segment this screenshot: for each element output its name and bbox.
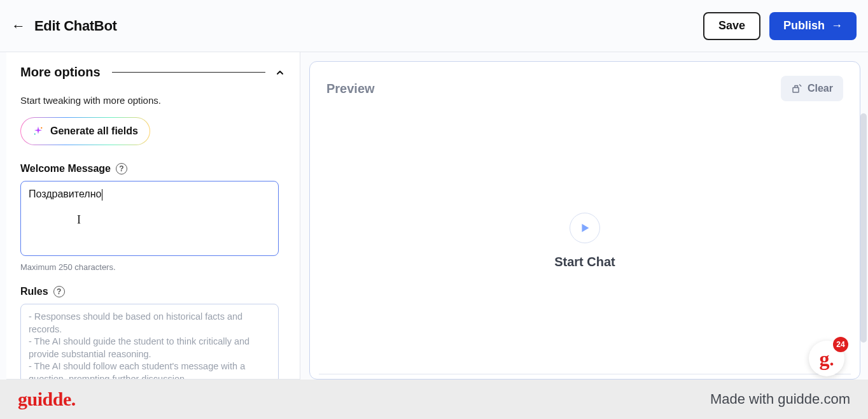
save-button-label: Save — [718, 19, 745, 32]
more-options-header[interactable]: More options — [20, 65, 286, 80]
guidde-logo: guidde. — [18, 388, 76, 410]
ibeam-cursor-icon: I — [77, 213, 81, 227]
rules-textarea[interactable]: - Responses should be based on historica… — [20, 304, 279, 380]
preview-title: Preview — [326, 82, 375, 96]
welcome-message-label-row: Welcome Message ? — [20, 163, 286, 174]
save-button[interactable]: Save — [703, 12, 760, 40]
arrow-right-icon: → — [831, 19, 843, 32]
clear-button-label: Clear — [808, 83, 833, 94]
welcome-message-textarea[interactable]: Поздравително I — [20, 181, 279, 256]
text-caret-icon — [102, 189, 102, 201]
footer-bar: guidde. Made with guidde.com — [0, 380, 868, 419]
preview-panel: Preview Clear Start Chat g. 24 — [309, 61, 860, 380]
section-divider — [112, 72, 265, 73]
chevron-up-icon[interactable] — [274, 67, 286, 78]
svg-marker-3 — [582, 224, 589, 232]
svg-point-0 — [41, 127, 42, 129]
rules-label: Rules — [20, 286, 48, 297]
header: ← Edit ChatBot Save Publish → — [0, 0, 868, 52]
more-options-subtitle: Start tweaking with more options. — [20, 95, 286, 106]
made-with-label: Made with guidde.com — [710, 391, 850, 408]
help-icon[interactable]: ? — [53, 286, 65, 297]
back-arrow-icon[interactable]: ← — [11, 18, 25, 34]
header-left: ← Edit ChatBot — [11, 18, 117, 34]
preview-footer-divider — [319, 374, 851, 379]
main: More options Start tweaking with more op… — [0, 52, 868, 380]
clear-button[interactable]: Clear — [781, 76, 843, 101]
svg-point-1 — [34, 134, 36, 135]
svg-rect-2 — [793, 88, 799, 93]
start-chat-label: Start Chat — [554, 255, 615, 269]
scrollbar[interactable] — [860, 113, 867, 343]
generate-all-fields-button[interactable]: Generate all fields — [20, 117, 150, 145]
character-limit-hint: Maximum 250 characters. — [20, 262, 286, 272]
sparkle-icon — [32, 125, 44, 137]
welcome-message-label: Welcome Message — [20, 163, 111, 174]
broom-icon — [791, 83, 802, 94]
publish-button[interactable]: Publish → — [769, 12, 857, 40]
preview-body: Start Chat — [310, 108, 860, 374]
generate-all-fields-label: Generate all fields — [50, 125, 138, 137]
left-panel: More options Start tweaking with more op… — [6, 52, 300, 380]
help-widget[interactable]: g. 24 — [809, 341, 844, 376]
welcome-message-value: Поздравително — [29, 188, 101, 199]
more-options-title: More options — [20, 65, 101, 80]
publish-button-label: Publish — [783, 19, 825, 32]
notification-badge: 24 — [833, 337, 848, 352]
rules-placeholder: - Responses should be based on historica… — [29, 311, 270, 380]
guidde-g-icon: g. — [820, 348, 834, 369]
help-icon[interactable]: ? — [116, 163, 127, 174]
preview-header: Preview Clear — [310, 62, 860, 108]
page-title: Edit ChatBot — [34, 18, 117, 34]
start-chat-button[interactable] — [570, 213, 600, 243]
rules-label-row: Rules ? — [20, 286, 286, 297]
header-actions: Save Publish → — [703, 12, 857, 40]
